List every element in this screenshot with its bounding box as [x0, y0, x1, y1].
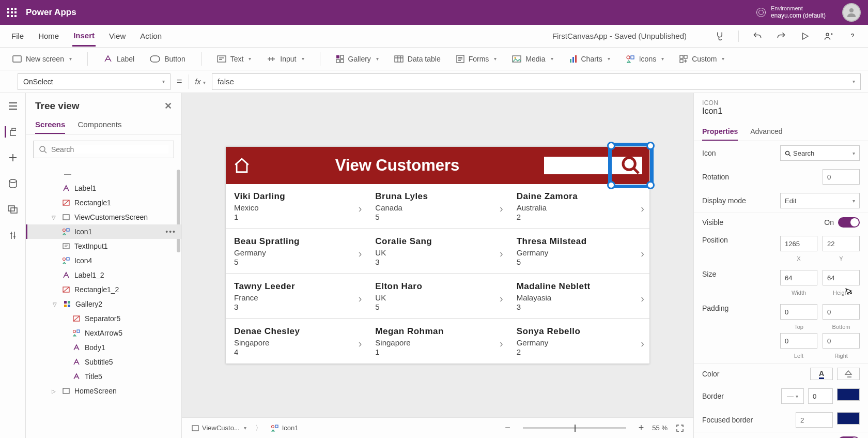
breadcrumb-element[interactable]: Icon1	[270, 424, 299, 432]
tree-item-icon1[interactable]: Icon1•••	[26, 224, 181, 239]
tree-search[interactable]	[33, 141, 174, 158]
border-width-input[interactable]: 0	[808, 388, 833, 404]
charts-button[interactable]: Charts▾	[569, 55, 610, 63]
media-pane-icon[interactable]	[7, 204, 19, 215]
chevron-right-icon[interactable]: ›	[359, 338, 362, 350]
border-style-select[interactable]: — ▾	[781, 388, 804, 404]
app-canvas[interactable]: View Customers Viki DarlingMexico1›Bruna…	[226, 147, 649, 364]
custom-button[interactable]: Custom▾	[679, 55, 724, 63]
tree-item-textinput1[interactable]: TextInput1	[26, 239, 181, 253]
tools-icon[interactable]	[7, 230, 19, 241]
tree-search-input[interactable]	[51, 145, 168, 154]
padding-bottom-input[interactable]: 0	[823, 304, 860, 320]
menu-file[interactable]: File	[10, 26, 25, 46]
selection-box[interactable]	[608, 143, 654, 188]
chevron-right-icon[interactable]: ›	[359, 203, 362, 215]
tree-item[interactable]: —	[26, 167, 181, 181]
breadcrumb-screen[interactable]: ViewCusto...▾	[191, 424, 247, 432]
position-y-input[interactable]: 22	[823, 236, 860, 251]
chevron-right-icon[interactable]: ›	[500, 248, 503, 260]
gallery-cell[interactable]: Beau SpratlingGermany5›	[226, 229, 367, 274]
media-button[interactable]: Media▾	[512, 55, 553, 63]
text-button[interactable]: Text▾	[217, 55, 252, 63]
chevron-right-icon[interactable]: ›	[500, 203, 503, 215]
gallery-button[interactable]: Gallery▾	[336, 55, 379, 63]
padding-top-input[interactable]: 0	[780, 304, 817, 320]
chevron-right-icon[interactable]: ›	[500, 338, 503, 350]
button-button[interactable]: Button	[150, 55, 185, 63]
hamburger-icon[interactable]	[7, 100, 19, 112]
gallery-cell[interactable]: Denae ChesleySingapore4›	[226, 319, 367, 364]
app-checker-icon[interactable]	[715, 31, 725, 41]
chevron-right-icon[interactable]: ›	[641, 203, 644, 215]
tree-item-rectangle1-2[interactable]: Rectangle1_2	[26, 282, 181, 297]
rotation-input[interactable]: 0	[823, 169, 860, 185]
chevron-right-icon[interactable]: ›	[641, 338, 644, 350]
tree-item-title5[interactable]: Title5	[26, 369, 181, 384]
property-selector[interactable]: OnSelect▾	[18, 73, 171, 90]
height-input[interactable]: 64	[823, 270, 860, 285]
label-button[interactable]: Label	[103, 55, 134, 63]
gallery-cell[interactable]: Tawny LeederFrance3›	[226, 274, 367, 319]
visible-toggle[interactable]	[838, 217, 860, 228]
zoom-in-icon[interactable]: +	[639, 422, 644, 433]
tree-item-rectangle1[interactable]: Rectangle1	[26, 195, 181, 210]
user-avatar[interactable]	[842, 3, 861, 22]
home-icon[interactable]	[233, 157, 251, 174]
fill-color-swatch[interactable]	[837, 368, 860, 380]
fit-icon[interactable]	[676, 424, 684, 432]
menu-insert[interactable]: Insert	[72, 26, 96, 47]
tree-item-label1[interactable]: Label1	[26, 181, 181, 195]
gallery-cell[interactable]: Sonya RebelloGermany2›	[508, 319, 649, 364]
padding-left-input[interactable]: 0	[780, 333, 817, 349]
help-icon[interactable]	[847, 31, 858, 41]
tree-item-nextarrow5[interactable]: NextArrow5	[26, 326, 181, 340]
chevron-right-icon[interactable]: ›	[641, 293, 644, 305]
tree-item-gallery2[interactable]: ▽Gallery2	[26, 297, 181, 311]
play-icon[interactable]	[800, 31, 810, 41]
close-icon[interactable]: ✕	[164, 100, 172, 112]
add-icon[interactable]	[7, 152, 19, 163]
data-icon[interactable]	[7, 178, 19, 189]
tab-components[interactable]: Components	[78, 116, 121, 134]
gallery-cell[interactable]: Thresa MilsteadGermany5›	[508, 229, 649, 274]
tab-properties[interactable]: Properties	[702, 123, 738, 141]
border-color-swatch[interactable]	[837, 388, 860, 401]
display-mode-select[interactable]: Edit▾	[780, 193, 860, 208]
fx-icon[interactable]: fx ▾	[195, 78, 206, 86]
tree-item-icon4[interactable]: Icon4	[26, 253, 181, 268]
tree-view-icon[interactable]	[5, 126, 16, 138]
position-x-input[interactable]: 1265	[780, 236, 817, 251]
menu-action[interactable]: Action	[139, 26, 163, 46]
zoom-slider[interactable]	[523, 427, 626, 429]
tab-advanced[interactable]: Advanced	[750, 123, 782, 141]
more-icon[interactable]: •••	[165, 228, 176, 236]
gallery-cell[interactable]: Bruna LylesCanada5›	[367, 184, 508, 229]
new-screen-button[interactable]: New screen▾	[12, 55, 72, 63]
menu-home[interactable]: Home	[37, 26, 60, 46]
tab-screens[interactable]: Screens	[35, 116, 65, 134]
icon-select[interactable]: Search▾	[780, 145, 860, 161]
undo-icon[interactable]	[752, 31, 763, 41]
tree-item-label1-2[interactable]: Label1_2	[26, 268, 181, 282]
gallery-cell[interactable]: Coralie SangUK3›	[367, 229, 508, 274]
environment-text[interactable]: Environment enayu.com (default)	[771, 5, 826, 20]
tree-item-subtitle5[interactable]: Subtitle5	[26, 355, 181, 369]
app-launcher-icon[interactable]	[7, 8, 17, 17]
zoom-out-icon[interactable]: −	[505, 422, 510, 433]
chevron-right-icon[interactable]: ›	[359, 293, 362, 305]
chevron-right-icon[interactable]: ›	[641, 248, 644, 260]
tree-item-viewcustomers[interactable]: ▽ViewCustomersScreen	[26, 210, 181, 224]
icons-button[interactable]: Icons▾	[626, 55, 664, 63]
input-button[interactable]: Input▾	[267, 55, 304, 63]
tree-item-body1[interactable]: Body1	[26, 340, 181, 355]
focus-border-color-swatch[interactable]	[837, 412, 860, 425]
gallery-cell[interactable]: Madaline NeblettMalayasia3›	[508, 274, 649, 319]
focus-border-input[interactable]: 2	[796, 412, 833, 428]
width-input[interactable]: 64	[780, 270, 817, 285]
chevron-right-icon[interactable]: ›	[359, 248, 362, 260]
redo-icon[interactable]	[776, 31, 786, 41]
gallery-cell[interactable]: Daine ZamoraAustralia2›	[508, 184, 649, 229]
gallery-cell[interactable]: Viki DarlingMexico1›	[226, 184, 367, 229]
chevron-right-icon[interactable]: ›	[500, 293, 503, 305]
